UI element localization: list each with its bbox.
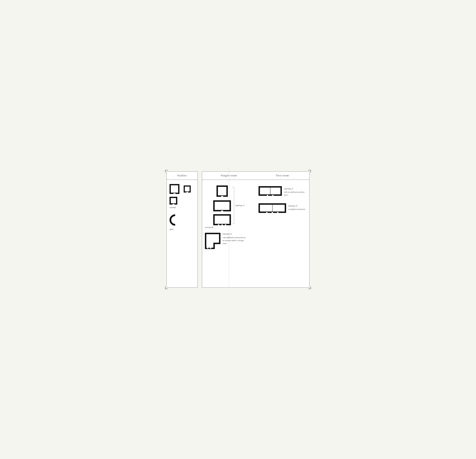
typology4-info: [typology 4] with additional constructio… — [222, 233, 247, 245]
t2-notch2 — [272, 195, 273, 196]
fp-sq-small — [216, 185, 228, 197]
typology1-group: [typology 1] — [213, 185, 245, 225]
notch3 — [225, 224, 226, 225]
typology3-label: [typology 3] — [288, 205, 305, 207]
main-panel: ·Single-room· ·Two-room· — [202, 171, 309, 288]
t3-notch2 — [272, 212, 273, 213]
typology2-label: [typology 2] — [284, 188, 306, 190]
t3-notch3 — [277, 212, 279, 213]
page-container: ·Stables· covered open ·Single- — [167, 171, 309, 288]
open-circle — [167, 212, 183, 228]
twin-facade-label-wrapper: twin facade — [205, 226, 213, 229]
typology3-shape-wrapper — [258, 203, 286, 213]
stables-open-group: open — [170, 214, 195, 230]
fp-wide1 — [213, 200, 231, 211]
stables-header: ·Stables· — [167, 172, 197, 180]
typology1-labels: [typology 1] — [235, 204, 245, 207]
stables-row-1 — [170, 184, 195, 194]
bracket-vert — [232, 187, 234, 224]
twin-notches — [215, 224, 230, 225]
notch1 — [218, 224, 219, 225]
typology4-section: [typology 4] with additional constructio… — [205, 233, 247, 249]
single-room-content: [typology 1] twin facade — [202, 180, 256, 286]
notch2 — [221, 224, 223, 225]
two-room-content: [typology 2] with an additional auxiliar… — [256, 180, 309, 286]
t3-notch1 — [266, 212, 268, 213]
main-header: ·Single-room· ·Two-room· — [202, 172, 309, 180]
typology3-desc: straightforward facade — [288, 208, 305, 211]
single-room-header: ·Single-room· — [202, 172, 256, 180]
covered-label: covered — [170, 206, 195, 209]
typology4-desc: with additional construction of an exter… — [222, 236, 247, 245]
fp-typology4 — [205, 233, 221, 249]
svg-rect-1 — [207, 247, 208, 248]
typology1-bracket — [232, 187, 234, 224]
fp-wide2-twin — [213, 214, 231, 225]
stables-covered-group: covered — [170, 197, 195, 209]
typology2-item: [typology 2] with an additional auxiliar… — [258, 186, 306, 196]
bracket-bottom — [232, 224, 234, 224]
typology1-label: [typology 1] — [235, 204, 245, 207]
stables-panel: ·Stables· covered open — [167, 171, 198, 288]
typology4-svg — [205, 233, 221, 249]
typology3-item: [typology 3] straightforward facade — [258, 203, 305, 213]
stable-medium-square — [184, 185, 191, 193]
main-content: [typology 1] twin facade — [202, 180, 309, 286]
bracket-shapes — [213, 185, 231, 225]
fp-two-room-t2 — [258, 186, 282, 196]
stable-large-square — [170, 184, 179, 194]
typology2-info: [typology 2] with an additional auxiliar… — [284, 186, 306, 196]
notch-sq — [221, 196, 223, 197]
twin-facade-label: twin facade — [205, 226, 213, 228]
t3-notches — [260, 212, 285, 213]
notch-wide1 — [221, 211, 223, 211]
stables-content: covered open — [167, 180, 197, 235]
two-room-header: ·Two-room· — [256, 172, 309, 180]
center-divider-t2 — [270, 188, 270, 194]
stable-small-square — [170, 197, 177, 204]
typology2-desc: with an additional auxiliary space — [284, 191, 306, 196]
typology2-shape-wrapper — [258, 186, 282, 196]
typology4-label: [typology 4] — [222, 233, 247, 235]
fp-two-room-t3 — [258, 203, 286, 213]
svg-rect-2 — [210, 247, 211, 248]
t2-notch1 — [267, 195, 268, 196]
t2-notches — [260, 195, 280, 196]
open-label: open — [170, 228, 195, 230]
center-divider-t3 — [272, 205, 272, 212]
two-room-title: ·Two-room· — [257, 174, 308, 177]
stables-title: ·Stables· — [168, 174, 196, 177]
typology3-info: [typology 3] straightforward facade — [288, 203, 305, 211]
